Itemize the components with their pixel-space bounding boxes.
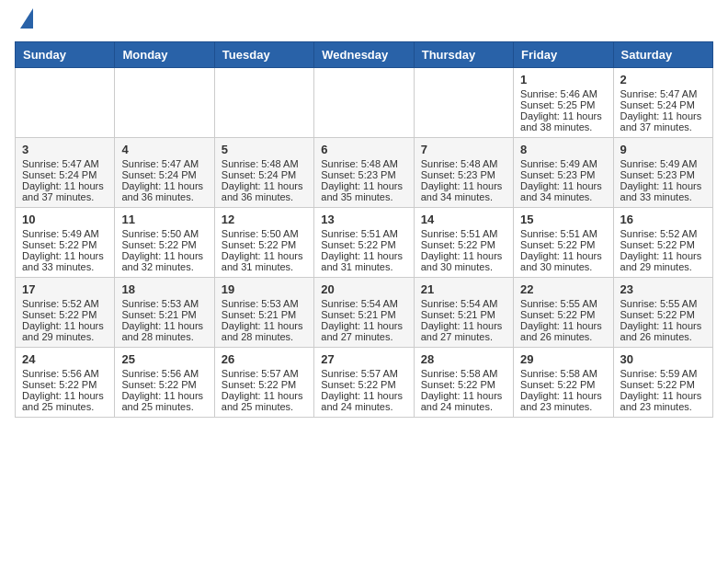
calendar-table: SundayMondayTuesdayWednesdayThursdayFrid…	[15, 41, 713, 418]
sunset-text: Sunset: 5:21 PM	[222, 309, 307, 320]
sunset-text: Sunset: 5:22 PM	[22, 309, 108, 320]
calendar-day-cell: 10Sunrise: 5:49 AMSunset: 5:22 PMDayligh…	[16, 207, 115, 277]
sunset-text: Sunset: 5:23 PM	[520, 169, 606, 180]
calendar-week-row: 3Sunrise: 5:47 AMSunset: 5:24 PMDaylight…	[16, 137, 713, 207]
calendar-day-cell: 12Sunrise: 5:50 AMSunset: 5:22 PMDayligh…	[214, 207, 313, 277]
sunset-text: Sunset: 5:22 PM	[321, 239, 406, 250]
day-number: 6	[321, 143, 406, 156]
daylight-text: Daylight: 11 hours and 31 minutes.	[321, 250, 406, 272]
day-number: 22	[520, 282, 606, 296]
sunrise-text: Sunrise: 5:54 AM	[421, 298, 506, 309]
calendar-day-cell: 26Sunrise: 5:57 AMSunset: 5:22 PMDayligh…	[214, 347, 313, 417]
sunrise-text: Sunrise: 5:46 AM	[520, 88, 606, 99]
calendar-day-cell: 3Sunrise: 5:47 AMSunset: 5:24 PMDaylight…	[16, 137, 115, 207]
sunrise-text: Sunrise: 5:56 AM	[121, 368, 207, 379]
daylight-text: Daylight: 11 hours and 33 minutes.	[620, 180, 706, 202]
day-number: 4	[121, 143, 207, 156]
weekday-header: Thursday	[414, 41, 513, 67]
sunset-text: Sunset: 5:21 PM	[121, 309, 207, 320]
day-number: 10	[22, 213, 108, 226]
weekday-header: Sunday	[16, 41, 115, 67]
sunset-text: Sunset: 5:22 PM	[421, 239, 506, 250]
calendar-day-cell: 14Sunrise: 5:51 AMSunset: 5:22 PMDayligh…	[414, 207, 513, 277]
sunset-text: Sunset: 5:22 PM	[520, 309, 606, 320]
calendar-day-cell: 2Sunrise: 5:47 AMSunset: 5:24 PMDaylight…	[613, 67, 712, 137]
calendar-day-cell: 25Sunrise: 5:56 AMSunset: 5:22 PMDayligh…	[115, 347, 214, 417]
calendar-day-cell	[414, 67, 513, 137]
daylight-text: Daylight: 11 hours and 26 minutes.	[620, 320, 706, 342]
sunrise-text: Sunrise: 5:47 AM	[620, 88, 706, 99]
calendar-day-cell: 8Sunrise: 5:49 AMSunset: 5:23 PMDaylight…	[514, 137, 613, 207]
daylight-text: Daylight: 11 hours and 23 minutes.	[620, 390, 706, 412]
sunrise-text: Sunrise: 5:53 AM	[121, 298, 207, 309]
daylight-text: Daylight: 11 hours and 34 minutes.	[520, 180, 606, 202]
calendar-day-cell: 9Sunrise: 5:49 AMSunset: 5:23 PMDaylight…	[613, 137, 712, 207]
day-number: 17	[22, 282, 108, 296]
sunset-text: Sunset: 5:22 PM	[121, 379, 207, 390]
calendar-day-cell: 27Sunrise: 5:57 AMSunset: 5:22 PMDayligh…	[314, 347, 414, 417]
calendar-day-cell	[16, 67, 115, 137]
day-number: 3	[22, 143, 108, 156]
weekday-header: Wednesday	[314, 41, 414, 67]
day-number: 15	[520, 213, 606, 226]
daylight-text: Daylight: 11 hours and 36 minutes.	[121, 180, 207, 202]
page-header	[15, 15, 713, 30]
weekday-header: Monday	[115, 41, 214, 67]
day-number: 23	[620, 282, 706, 296]
calendar-day-cell: 17Sunrise: 5:52 AMSunset: 5:22 PMDayligh…	[16, 277, 115, 347]
calendar-day-cell: 23Sunrise: 5:55 AMSunset: 5:22 PMDayligh…	[613, 277, 712, 347]
sunrise-text: Sunrise: 5:49 AM	[520, 158, 606, 169]
sunrise-text: Sunrise: 5:48 AM	[321, 158, 406, 169]
sunset-text: Sunset: 5:21 PM	[421, 309, 506, 320]
sunset-text: Sunset: 5:25 PM	[520, 99, 606, 110]
calendar-day-cell: 30Sunrise: 5:59 AMSunset: 5:22 PMDayligh…	[613, 347, 712, 417]
calendar-day-cell: 11Sunrise: 5:50 AMSunset: 5:22 PMDayligh…	[115, 207, 214, 277]
sunrise-text: Sunrise: 5:59 AM	[620, 368, 706, 379]
calendar-week-row: 10Sunrise: 5:49 AMSunset: 5:22 PMDayligh…	[16, 207, 713, 277]
sunset-text: Sunset: 5:22 PM	[222, 239, 307, 250]
daylight-text: Daylight: 11 hours and 26 minutes.	[520, 320, 606, 342]
day-number: 7	[421, 143, 506, 156]
sunrise-text: Sunrise: 5:58 AM	[520, 368, 606, 379]
sunrise-text: Sunrise: 5:57 AM	[321, 368, 406, 379]
sunrise-text: Sunrise: 5:50 AM	[121, 228, 207, 239]
day-number: 26	[222, 352, 307, 366]
daylight-text: Daylight: 11 hours and 25 minutes.	[222, 390, 307, 412]
daylight-text: Daylight: 11 hours and 28 minutes.	[121, 320, 207, 342]
daylight-text: Daylight: 11 hours and 29 minutes.	[620, 250, 706, 272]
sunset-text: Sunset: 5:24 PM	[222, 169, 307, 180]
logo	[15, 15, 33, 30]
daylight-text: Daylight: 11 hours and 34 minutes.	[421, 180, 506, 202]
calendar-day-cell	[214, 67, 313, 137]
sunrise-text: Sunrise: 5:52 AM	[22, 298, 108, 309]
sunset-text: Sunset: 5:22 PM	[22, 239, 108, 250]
logo-icon	[20, 8, 33, 29]
sunset-text: Sunset: 5:22 PM	[421, 379, 506, 390]
calendar-week-row: 17Sunrise: 5:52 AMSunset: 5:22 PMDayligh…	[16, 277, 713, 347]
day-number: 13	[321, 213, 406, 226]
sunrise-text: Sunrise: 5:55 AM	[620, 298, 706, 309]
sunrise-text: Sunrise: 5:58 AM	[421, 368, 506, 379]
sunrise-text: Sunrise: 5:52 AM	[620, 228, 706, 239]
daylight-text: Daylight: 11 hours and 29 minutes.	[22, 320, 108, 342]
daylight-text: Daylight: 11 hours and 31 minutes.	[222, 250, 307, 272]
calendar-header-row: SundayMondayTuesdayWednesdayThursdayFrid…	[16, 41, 713, 67]
sunset-text: Sunset: 5:23 PM	[421, 169, 506, 180]
calendar-day-cell: 22Sunrise: 5:55 AMSunset: 5:22 PMDayligh…	[514, 277, 613, 347]
daylight-text: Daylight: 11 hours and 32 minutes.	[121, 250, 207, 272]
calendar-day-cell	[314, 67, 414, 137]
calendar-day-cell	[115, 67, 214, 137]
calendar-day-cell: 1Sunrise: 5:46 AMSunset: 5:25 PMDaylight…	[514, 67, 613, 137]
calendar-day-cell: 16Sunrise: 5:52 AMSunset: 5:22 PMDayligh…	[613, 207, 712, 277]
sunset-text: Sunset: 5:23 PM	[620, 169, 706, 180]
sunrise-text: Sunrise: 5:47 AM	[22, 158, 108, 169]
sunrise-text: Sunrise: 5:51 AM	[321, 228, 406, 239]
calendar-day-cell: 21Sunrise: 5:54 AMSunset: 5:21 PMDayligh…	[414, 277, 513, 347]
day-number: 12	[222, 213, 307, 226]
day-number: 28	[421, 352, 506, 366]
calendar-day-cell: 20Sunrise: 5:54 AMSunset: 5:21 PMDayligh…	[314, 277, 414, 347]
daylight-text: Daylight: 11 hours and 24 minutes.	[321, 390, 406, 412]
calendar-day-cell: 19Sunrise: 5:53 AMSunset: 5:21 PMDayligh…	[214, 277, 313, 347]
sunrise-text: Sunrise: 5:49 AM	[620, 158, 706, 169]
daylight-text: Daylight: 11 hours and 38 minutes.	[520, 110, 606, 132]
